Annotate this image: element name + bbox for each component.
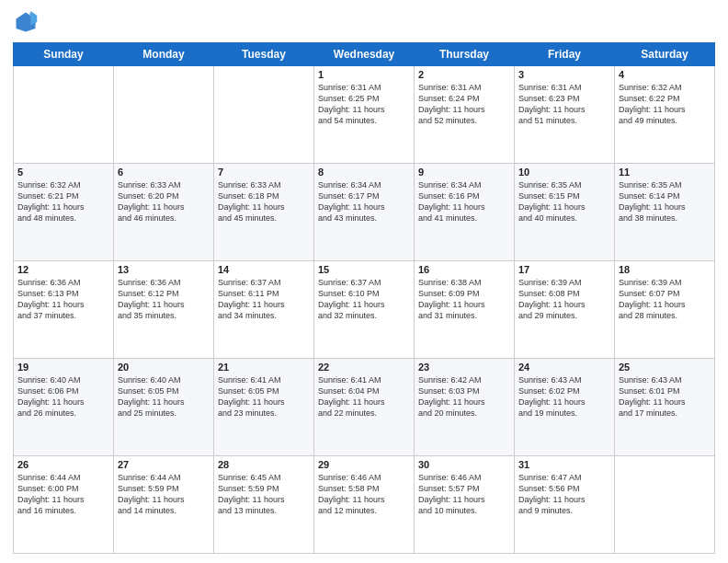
calendar-header-tuesday: Tuesday xyxy=(214,43,314,66)
day-info: Sunrise: 6:39 AM Sunset: 6:08 PM Dayligh… xyxy=(518,277,610,322)
day-number: 26 xyxy=(17,459,109,470)
day-info: Sunrise: 6:31 AM Sunset: 6:25 PM Dayligh… xyxy=(318,82,410,127)
day-info: Sunrise: 6:35 AM Sunset: 6:14 PM Dayligh… xyxy=(619,179,711,224)
calendar-cell xyxy=(615,456,715,554)
calendar-cell: 27Sunrise: 6:44 AM Sunset: 5:59 PM Dayli… xyxy=(114,456,214,554)
calendar-week-5: 26Sunrise: 6:44 AM Sunset: 6:00 PM Dayli… xyxy=(14,456,715,554)
day-number: 25 xyxy=(619,362,711,373)
day-info: Sunrise: 6:33 AM Sunset: 6:18 PM Dayligh… xyxy=(218,179,310,224)
day-info: Sunrise: 6:36 AM Sunset: 6:12 PM Dayligh… xyxy=(118,277,210,322)
calendar-cell: 18Sunrise: 6:39 AM Sunset: 6:07 PM Dayli… xyxy=(615,261,715,359)
day-info: Sunrise: 6:43 AM Sunset: 6:02 PM Dayligh… xyxy=(518,374,610,419)
day-info: Sunrise: 6:39 AM Sunset: 6:07 PM Dayligh… xyxy=(619,277,711,322)
calendar-week-3: 12Sunrise: 6:36 AM Sunset: 6:13 PM Dayli… xyxy=(14,261,715,359)
calendar-week-2: 5Sunrise: 6:32 AM Sunset: 6:21 PM Daylig… xyxy=(14,164,715,261)
day-info: Sunrise: 6:33 AM Sunset: 6:20 PM Dayligh… xyxy=(118,179,210,224)
day-info: Sunrise: 6:34 AM Sunset: 6:16 PM Dayligh… xyxy=(418,179,510,224)
calendar-cell: 7Sunrise: 6:33 AM Sunset: 6:18 PM Daylig… xyxy=(214,164,314,261)
day-number: 6 xyxy=(118,167,210,178)
day-number: 20 xyxy=(118,362,210,373)
calendar-cell: 5Sunrise: 6:32 AM Sunset: 6:21 PM Daylig… xyxy=(14,164,114,261)
calendar-week-4: 19Sunrise: 6:40 AM Sunset: 6:06 PM Dayli… xyxy=(14,359,715,456)
calendar-header-sunday: Sunday xyxy=(14,43,114,66)
day-info: Sunrise: 6:37 AM Sunset: 6:11 PM Dayligh… xyxy=(218,277,310,322)
day-number: 5 xyxy=(17,167,109,178)
day-number: 3 xyxy=(518,69,610,80)
day-info: Sunrise: 6:40 AM Sunset: 6:06 PM Dayligh… xyxy=(17,374,109,419)
day-number: 7 xyxy=(218,167,310,178)
calendar-cell: 17Sunrise: 6:39 AM Sunset: 6:08 PM Dayli… xyxy=(515,261,615,359)
calendar-cell: 25Sunrise: 6:43 AM Sunset: 6:01 PM Dayli… xyxy=(615,359,715,456)
day-number: 24 xyxy=(518,362,610,373)
day-info: Sunrise: 6:32 AM Sunset: 6:22 PM Dayligh… xyxy=(619,82,711,127)
day-number: 19 xyxy=(17,362,109,373)
day-number: 11 xyxy=(619,167,711,178)
day-info: Sunrise: 6:44 AM Sunset: 6:00 PM Dayligh… xyxy=(17,472,109,517)
calendar-cell: 13Sunrise: 6:36 AM Sunset: 6:12 PM Dayli… xyxy=(114,261,214,359)
calendar-cell xyxy=(214,66,314,164)
day-info: Sunrise: 6:41 AM Sunset: 6:05 PM Dayligh… xyxy=(218,374,310,419)
calendar-cell xyxy=(114,66,214,164)
day-number: 2 xyxy=(418,69,510,80)
day-info: Sunrise: 6:36 AM Sunset: 6:13 PM Dayligh… xyxy=(17,277,109,322)
day-number: 10 xyxy=(518,167,610,178)
day-info: Sunrise: 6:31 AM Sunset: 6:24 PM Dayligh… xyxy=(418,82,510,127)
day-number: 14 xyxy=(218,264,310,275)
calendar-cell: 30Sunrise: 6:46 AM Sunset: 5:57 PM Dayli… xyxy=(415,456,515,554)
svg-marker-2 xyxy=(30,11,37,26)
day-number: 23 xyxy=(418,362,510,373)
day-info: Sunrise: 6:35 AM Sunset: 6:15 PM Dayligh… xyxy=(518,179,610,224)
day-info: Sunrise: 6:32 AM Sunset: 6:21 PM Dayligh… xyxy=(17,179,109,224)
calendar-cell: 1Sunrise: 6:31 AM Sunset: 6:25 PM Daylig… xyxy=(314,66,415,164)
calendar-cell: 19Sunrise: 6:40 AM Sunset: 6:06 PM Dayli… xyxy=(14,359,114,456)
calendar-cell: 16Sunrise: 6:38 AM Sunset: 6:09 PM Dayli… xyxy=(415,261,515,359)
day-number: 30 xyxy=(418,459,510,470)
calendar-header-thursday: Thursday xyxy=(415,43,515,66)
calendar-cell: 8Sunrise: 6:34 AM Sunset: 6:17 PM Daylig… xyxy=(314,164,415,261)
calendar-cell: 15Sunrise: 6:37 AM Sunset: 6:10 PM Dayli… xyxy=(314,261,415,359)
day-info: Sunrise: 6:38 AM Sunset: 6:09 PM Dayligh… xyxy=(418,277,510,322)
day-info: Sunrise: 6:41 AM Sunset: 6:04 PM Dayligh… xyxy=(318,374,410,419)
calendar-cell: 12Sunrise: 6:36 AM Sunset: 6:13 PM Dayli… xyxy=(14,261,114,359)
day-number: 17 xyxy=(518,264,610,275)
calendar-cell: 6Sunrise: 6:33 AM Sunset: 6:20 PM Daylig… xyxy=(114,164,214,261)
day-number: 29 xyxy=(318,459,410,470)
day-info: Sunrise: 6:43 AM Sunset: 6:01 PM Dayligh… xyxy=(619,374,711,419)
calendar-cell: 23Sunrise: 6:42 AM Sunset: 6:03 PM Dayli… xyxy=(415,359,515,456)
day-info: Sunrise: 6:37 AM Sunset: 6:10 PM Dayligh… xyxy=(318,277,410,322)
calendar-cell: 31Sunrise: 6:47 AM Sunset: 5:56 PM Dayli… xyxy=(515,456,615,554)
day-number: 27 xyxy=(118,459,210,470)
day-info: Sunrise: 6:42 AM Sunset: 6:03 PM Dayligh… xyxy=(418,374,510,419)
header xyxy=(13,9,715,35)
calendar-cell: 14Sunrise: 6:37 AM Sunset: 6:11 PM Dayli… xyxy=(214,261,314,359)
calendar-cell: 4Sunrise: 6:32 AM Sunset: 6:22 PM Daylig… xyxy=(615,66,715,164)
calendar-cell: 2Sunrise: 6:31 AM Sunset: 6:24 PM Daylig… xyxy=(415,66,515,164)
calendar-cell: 29Sunrise: 6:46 AM Sunset: 5:58 PM Dayli… xyxy=(314,456,415,554)
day-number: 12 xyxy=(17,264,109,275)
calendar-cell: 26Sunrise: 6:44 AM Sunset: 6:00 PM Dayli… xyxy=(14,456,114,554)
day-number: 28 xyxy=(218,459,310,470)
calendar-header-saturday: Saturday xyxy=(615,43,715,66)
calendar-table: SundayMondayTuesdayWednesdayThursdayFrid… xyxy=(13,42,715,554)
day-info: Sunrise: 6:46 AM Sunset: 5:57 PM Dayligh… xyxy=(418,472,510,517)
day-number: 22 xyxy=(318,362,410,373)
day-info: Sunrise: 6:40 AM Sunset: 6:05 PM Dayligh… xyxy=(118,374,210,419)
calendar-cell: 24Sunrise: 6:43 AM Sunset: 6:02 PM Dayli… xyxy=(515,359,615,456)
calendar-cell: 22Sunrise: 6:41 AM Sunset: 6:04 PM Dayli… xyxy=(314,359,415,456)
calendar-cell xyxy=(14,66,114,164)
calendar-header-monday: Monday xyxy=(114,43,214,66)
day-number: 21 xyxy=(218,362,310,373)
day-number: 9 xyxy=(418,167,510,178)
calendar-cell: 9Sunrise: 6:34 AM Sunset: 6:16 PM Daylig… xyxy=(415,164,515,261)
calendar-cell: 21Sunrise: 6:41 AM Sunset: 6:05 PM Dayli… xyxy=(214,359,314,456)
day-number: 1 xyxy=(318,69,410,80)
calendar-header-friday: Friday xyxy=(515,43,615,66)
day-info: Sunrise: 6:44 AM Sunset: 5:59 PM Dayligh… xyxy=(118,472,210,517)
day-number: 16 xyxy=(418,264,510,275)
logo xyxy=(13,9,42,35)
day-number: 13 xyxy=(118,264,210,275)
day-info: Sunrise: 6:31 AM Sunset: 6:23 PM Dayligh… xyxy=(518,82,610,127)
day-number: 31 xyxy=(518,459,610,470)
calendar-cell: 10Sunrise: 6:35 AM Sunset: 6:15 PM Dayli… xyxy=(515,164,615,261)
calendar-cell: 3Sunrise: 6:31 AM Sunset: 6:23 PM Daylig… xyxy=(515,66,615,164)
